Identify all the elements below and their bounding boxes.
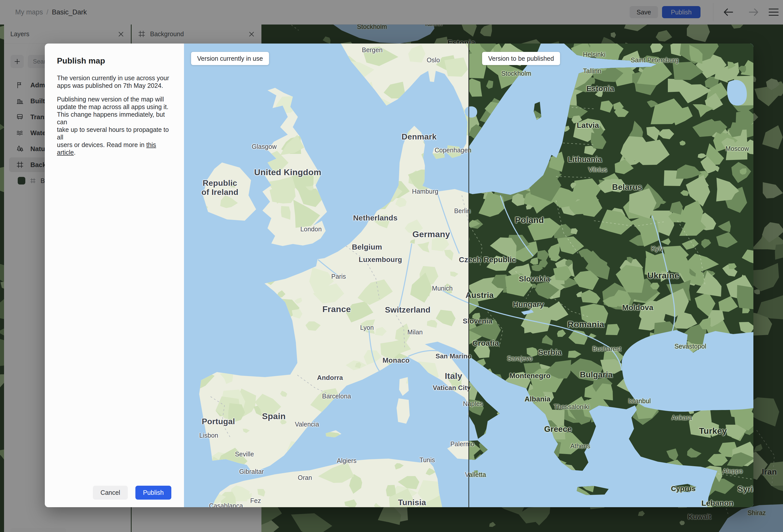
map-label-switzerland: Switzerland [385, 306, 431, 315]
map-label-bulgaria: Bulgaria [580, 370, 613, 379]
map-label-romania: Romania [568, 319, 604, 329]
map-label-sevastopol: Sevastopol [675, 343, 706, 350]
map-label-berlin: Berlin [454, 207, 468, 214]
map-label-luxembourg: Luxembourg [358, 256, 402, 263]
map-label-slovenia: Slovenia [463, 317, 468, 325]
map-label-aleppo: Aleppo [722, 467, 743, 474]
map-label-denmark: Denmark [402, 132, 437, 142]
map-label-greece: Greece [544, 425, 572, 434]
compare-divider[interactable] [468, 43, 469, 507]
map-label-valencia: Valencia [295, 420, 319, 428]
map-label-serbia: Serbia [538, 348, 562, 356]
map-label-moldova: Moldova [622, 303, 653, 312]
cancel-button[interactable]: Cancel [93, 486, 128, 500]
map-version-current: BergenOsloStockholmHelsinkiSaint Petersb… [184, 43, 468, 507]
map-label-croatia: Croatia [472, 339, 499, 347]
map-label-sarajevo: Sarajevo [507, 355, 532, 362]
map-label-lisbon: Lisbon [199, 432, 218, 439]
map-label-london: London [301, 225, 322, 232]
map-label-naples: Naples [469, 400, 483, 407]
map-label-milan: Milan [407, 328, 423, 336]
map-label-naples: Naples [463, 400, 468, 407]
map-label-tunisia: Tunisia [398, 498, 426, 507]
map-label-lebanon: Lebanon [701, 499, 733, 507]
map-label-estonia: Estonia [586, 84, 614, 93]
map-label-portugal: Portugal [202, 417, 235, 426]
map-label-albania: Albania [525, 395, 551, 403]
map-label-saint-petersburg: Saint Petersburg [631, 57, 679, 64]
map-label-ukraine: Ukraine [647, 271, 679, 280]
map-compare-view[interactable]: BergenOsloStockholmHelsinkiSaint Petersb… [184, 43, 753, 507]
map-version-new: BergenOsloStockholmHelsinkiSaint Petersb… [469, 43, 753, 507]
map-label-berlin: Berlin [469, 207, 471, 214]
map-label-thessaloniki: Thessaloniki [554, 403, 589, 410]
map-label-istanbul: Istanbul [628, 397, 651, 404]
map-label-tunis: Tunis [419, 456, 435, 463]
map-label-paris: Paris [331, 273, 346, 280]
map-label-athens: Athens [570, 442, 590, 449]
map-label-belarus: Belarus [612, 183, 642, 192]
publish-confirm-button[interactable]: Publish [135, 486, 171, 500]
map-label-algiers: Algiers [337, 457, 356, 464]
map-label-belgium: Belgium [352, 243, 382, 251]
map-label-andorra: Andorra [317, 374, 343, 381]
map-label-stockholm: Stockholm [501, 70, 531, 77]
publish-modal-paragraph-2: Publishing new version of the map will u… [57, 95, 172, 156]
map-label-united-kingdom: United Kingdom [254, 167, 321, 177]
map-label-austria: Austria [469, 291, 494, 300]
map-label-bucharest: Bucharest [592, 345, 621, 352]
map-label-lithuania: Lithuania [568, 155, 602, 164]
map-label-republic-of-ireland: Republic of Ireland [201, 179, 239, 197]
map-label-lyon: Lyon [360, 324, 374, 331]
publish-dialog: Publish map The version currently in use… [45, 43, 753, 507]
map-label-monaco: Monaco [383, 356, 410, 364]
map-label-montenegro: Montenegro [509, 372, 551, 380]
map-label-netherlands: Netherlands [353, 214, 398, 222]
map-label-vilnius: Vilnius [588, 166, 607, 173]
map-label-italy: Italy [445, 371, 462, 381]
map-label-kyiv: Kyiv [651, 245, 663, 252]
map-label-syria: Syria [738, 485, 753, 494]
map-label-helsinki: Helsinki [583, 51, 605, 58]
map-label-munich: Munich [432, 285, 453, 292]
map-label-cyprus: Cyprus [671, 485, 696, 493]
map-label-valletta: Valletta [469, 471, 486, 478]
map-label-seville: Seville [235, 450, 254, 458]
map-label-czech-republic: Czech Republic [459, 255, 468, 264]
map-label-copenhagen: Copenhagen [435, 147, 468, 154]
map-label-latvia: Latvia [577, 121, 599, 130]
map-label-ankara: Ankara [672, 414, 692, 421]
map-label-copenhagen: Copenhagen [469, 147, 471, 154]
map-label-casablanca: Casablanca [209, 502, 243, 507]
map-label-barcelona: Barcelona [322, 393, 351, 400]
map-label-spain: Spain [262, 411, 286, 421]
map-label-france: France [322, 304, 351, 314]
publish-modal-title: Publish map [57, 56, 172, 66]
map-label-san-marino: San Marino [469, 352, 471, 360]
map-label-germany: Germany [412, 229, 450, 239]
map-label-palermo: Palermo [450, 440, 468, 447]
map-label-hungary: Hungary [513, 300, 544, 309]
map-label-turkey: Turkey [699, 426, 727, 436]
map-label-slovenia: Slovenia [469, 317, 492, 325]
publish-modal: Publish map The version currently in use… [45, 43, 184, 507]
map-label-moscow: Moscow [725, 145, 749, 152]
map-label-glasgow: Glasgow [252, 143, 277, 150]
map-label-vatican-city: Vatican City [433, 384, 468, 392]
map-label-hamburg: Hamburg [412, 188, 438, 195]
map-editor-app: StockholmTallinnEstoniaIranShirazKuwait … [0, 0, 783, 532]
map-label-gibraltar: Gibraltar [239, 468, 264, 475]
map-label-bergen: Bergen [362, 46, 383, 54]
map-label-san-marino: San Marino [436, 352, 468, 360]
map-label-austria: Austria [465, 291, 468, 300]
map-label-oslo: Oslo [427, 57, 440, 64]
map-label-vatican-city: Vatican City [469, 384, 471, 392]
map-label-slovakia: Slovakia [519, 275, 550, 283]
new-version-badge: Version to be published [482, 52, 560, 65]
map-label-tallinn: Tallinn [583, 67, 601, 74]
map-label-fez: Fez [250, 497, 261, 504]
map-label-poland: Poland [515, 215, 544, 225]
map-label-czech-republic: Czech Republic [469, 255, 516, 264]
map-label-valletta: Valletta [465, 471, 468, 478]
map-label-oran: Oran [298, 474, 312, 481]
